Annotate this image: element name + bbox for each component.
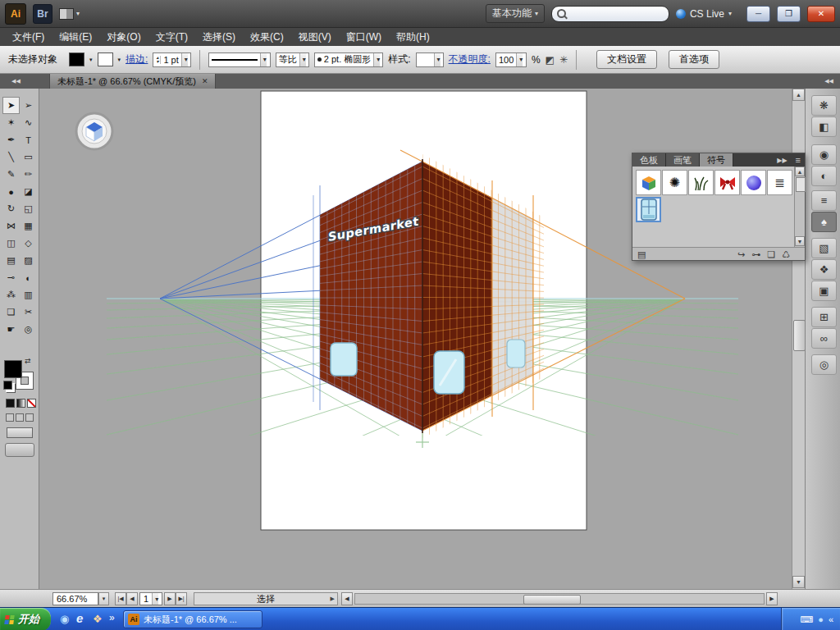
arrange-documents-button[interactable]: ▾ xyxy=(59,8,80,20)
status-menu-icon[interactable]: ▶ xyxy=(331,596,335,602)
symbol-fireworks[interactable]: ✺ xyxy=(662,170,687,195)
tools-drawer-handle[interactable] xyxy=(5,443,34,457)
chevron-down-icon[interactable]: ▾ xyxy=(118,57,121,63)
delete-symbol-icon[interactable]: ♺ xyxy=(782,249,790,260)
artboard-tool[interactable]: ❏ xyxy=(2,304,20,321)
scroll-left-icon[interactable]: ◀ xyxy=(341,592,353,605)
stroke-weight-field[interactable]: ▴ ▾ 1 pt ▾ xyxy=(153,52,190,67)
menu-select[interactable]: 选择(S) xyxy=(195,29,243,46)
artboard-dropdown-icon[interactable]: ▾ xyxy=(152,593,158,605)
start-button[interactable]: 开始 xyxy=(0,608,51,630)
place-symbol-icon[interactable]: ↪ xyxy=(737,249,745,260)
column-graph-tool[interactable]: ▥ xyxy=(20,286,37,304)
workspace-switcher[interactable]: 基本功能 ▾ xyxy=(486,4,545,23)
fill-stroke-control[interactable]: ⇄ xyxy=(3,359,36,394)
pencil-tool[interactable]: ✏ xyxy=(20,166,37,183)
new-symbol-icon[interactable]: ❏ xyxy=(767,249,775,260)
horizontal-scroll-thumb[interactable] xyxy=(523,595,581,605)
lasso-tool[interactable]: ∿ xyxy=(20,114,37,131)
scroll-right-icon[interactable]: ▶ xyxy=(766,592,778,605)
rotate-tool[interactable]: ↻ xyxy=(2,200,20,217)
tab-symbols[interactable]: 符号 xyxy=(700,153,733,167)
search-box[interactable] xyxy=(551,6,669,22)
paintbrush-tool[interactable]: ✎ xyxy=(2,166,20,183)
layers-panel-icon[interactable]: ▣ xyxy=(811,281,837,301)
zoom-field[interactable]: 66.67% xyxy=(52,592,98,605)
menu-type[interactable]: 文字(T) xyxy=(148,29,195,46)
symbol-bow[interactable] xyxy=(714,170,740,195)
symbol-text-block[interactable]: ≣ xyxy=(767,170,792,195)
eyedropper-tool[interactable]: ⊸ xyxy=(2,269,20,286)
menu-object[interactable]: 对象(O) xyxy=(99,29,148,46)
appearance-panel-icon[interactable]: ◉ xyxy=(811,144,837,165)
internet-explorer-icon[interactable]: e xyxy=(76,611,83,625)
stroke-panel-icon[interactable]: ≡ xyxy=(811,190,837,211)
tray-collapse-icon[interactable]: « xyxy=(829,614,833,624)
draw-behind-button[interactable] xyxy=(16,413,24,422)
profile-scale-field[interactable]: 等比 ▾ xyxy=(276,52,309,67)
transparency-panel-icon[interactable]: ◐ xyxy=(811,166,837,186)
window-left-face[interactable] xyxy=(331,343,357,376)
quick-launch-overflow-icon[interactable]: » xyxy=(109,612,115,623)
stroke-color-swatch[interactable] xyxy=(98,52,113,66)
document-setup-button[interactable]: 文档设置 xyxy=(596,50,657,69)
opacity-dropdown[interactable]: ▾ xyxy=(516,53,523,66)
symbols-panel-icon[interactable]: ♠ xyxy=(811,212,837,232)
profile-dropdown[interactable]: ▾ xyxy=(260,53,267,66)
free-transform-tool[interactable]: ▦ xyxy=(20,217,37,235)
blend-tool[interactable]: ◐ xyxy=(20,269,37,286)
close-tab-icon[interactable]: ✕ xyxy=(202,77,208,85)
color-guide-panel-icon[interactable]: ◧ xyxy=(811,116,837,137)
links-panel-icon[interactable]: ∞ xyxy=(811,328,837,349)
color-mode-button[interactable] xyxy=(6,399,15,408)
menu-effect[interactable]: 效果(C) xyxy=(243,29,291,46)
brush-definition-field[interactable]: 2 pt. 椭圆形 ▾ xyxy=(314,52,383,67)
opacity-panel-link[interactable]: 不透明度: xyxy=(449,52,491,66)
minimize-button[interactable]: ─ xyxy=(746,6,770,22)
symbol-window-selected[interactable] xyxy=(636,197,661,222)
pen-tool[interactable]: ✒ xyxy=(2,131,20,148)
width-tool[interactable]: ⋈ xyxy=(2,217,20,235)
panel-menu-icon[interactable]: ≡ xyxy=(792,153,805,167)
menu-view[interactable]: 视图(V) xyxy=(291,29,339,46)
tab-swatches[interactable]: 色板 xyxy=(632,153,666,167)
artboard-number-field[interactable]: 1 ▾ xyxy=(139,592,162,605)
symbol-cube[interactable] xyxy=(636,170,661,195)
mesh-tool[interactable]: ▤ xyxy=(2,252,20,269)
navigator-panel-icon[interactable]: ◎ xyxy=(811,354,837,375)
stroke-weight-dropdown[interactable]: ▾ xyxy=(181,53,188,66)
last-artboard-icon[interactable]: ▶| xyxy=(176,592,187,605)
profile-scale-dropdown[interactable]: ▾ xyxy=(299,53,306,66)
menu-file[interactable]: 文件(F) xyxy=(5,29,52,46)
menu-edit[interactable]: 编辑(E) xyxy=(52,29,99,46)
scroll-down-icon[interactable]: ▼ xyxy=(795,236,805,246)
fill-swatch[interactable] xyxy=(4,360,22,378)
slice-tool[interactable]: ✂ xyxy=(20,304,37,321)
line-segment-tool[interactable]: ╲ xyxy=(2,148,20,166)
panel-scrollbar[interactable]: ▲ ▼ xyxy=(794,167,805,247)
variable-width-profile[interactable]: ▾ xyxy=(208,52,271,67)
zoom-dropdown-icon[interactable]: ▾ xyxy=(98,592,109,605)
first-artboard-icon[interactable]: |◀ xyxy=(115,592,126,605)
gradient-panel-icon[interactable]: ▧ xyxy=(811,238,837,258)
stroke-weight-spinner[interactable]: ▴ ▾ xyxy=(156,56,161,64)
prev-artboard-icon[interactable]: ◀ xyxy=(126,592,138,605)
cs-live-button[interactable]: CS Live ▾ xyxy=(676,8,732,20)
opacity-field[interactable]: 100 ▾ xyxy=(495,52,527,67)
scroll-up-icon[interactable]: ▲ xyxy=(792,89,805,101)
spinner-down-icon[interactable]: ▾ xyxy=(156,60,158,64)
selection-tool[interactable]: ➤ xyxy=(2,97,20,114)
chevron-down-icon[interactable]: ▾ xyxy=(89,57,93,63)
draw-inside-button[interactable] xyxy=(25,413,34,422)
style-dropdown[interactable]: ▾ xyxy=(434,53,441,66)
draw-normal-button[interactable] xyxy=(6,413,14,422)
stroke-panel-link[interactable]: 描边: xyxy=(126,52,148,66)
close-button[interactable]: ✕ xyxy=(807,6,835,22)
collapse-dock-icon[interactable]: ◀◀ xyxy=(824,78,833,84)
artboards-panel-icon[interactable]: ⊞ xyxy=(811,307,837,327)
taskbar-document-button[interactable]: Ai 未标题-1* @ 66.67% ... xyxy=(123,610,262,628)
scroll-up-icon[interactable]: ▲ xyxy=(795,167,805,176)
perspective-grid-tool[interactable]: ◇ xyxy=(20,235,37,252)
tray-status-icon[interactable]: ● xyxy=(818,614,824,624)
preferences-button[interactable]: 首选项 xyxy=(669,50,719,69)
